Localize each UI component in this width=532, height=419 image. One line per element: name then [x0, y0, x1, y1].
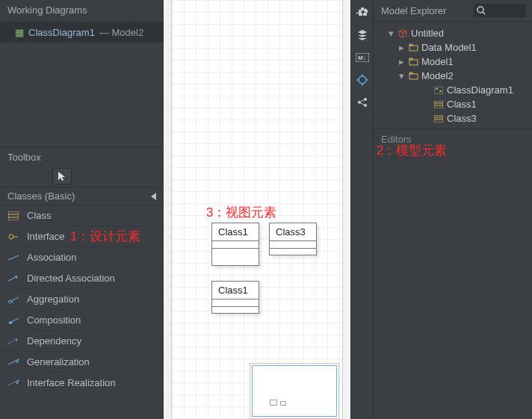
diagram-icon: ▦	[15, 27, 24, 38]
tree-node-label: Untitled	[411, 28, 444, 39]
toolbox-item-dep[interactable]: Dependency	[0, 331, 164, 352]
ireal-icon	[7, 379, 19, 387]
dep-icon	[7, 338, 19, 345]
dassoc-icon	[7, 275, 19, 282]
comp-icon	[7, 317, 19, 324]
toolbox-cursor-row	[0, 166, 164, 187]
uml-class-box[interactable]: Class1	[211, 223, 259, 266]
tree-node-label: Class3	[447, 113, 477, 124]
toolbox-item-interface[interactable]: Interface	[0, 226, 164, 247]
interface-icon	[7, 232, 19, 241]
tree-node-icon	[433, 101, 444, 108]
svg-rect-20	[436, 88, 438, 90]
diagram-canvas[interactable]: Class1Class3Class1	[171, 0, 343, 419]
model-explorer-search[interactable]	[474, 4, 526, 17]
tree-node-label: ClassDiagram1	[447, 84, 513, 96]
toolbox-item-label: Interface Realization	[27, 377, 116, 388]
working-diagrams-panel: Working Diagrams ▦ ClassDiagram1 — Model…	[0, 0, 164, 147]
tree-node-icon	[408, 43, 418, 52]
toolstrip-share-icon[interactable]	[354, 94, 371, 111]
tree-package[interactable]: ▾Model2	[377, 69, 529, 83]
left-sidebar: Working Diagrams ▦ ClassDiagram1 — Model…	[0, 0, 164, 419]
tree-caret-icon: ▸	[398, 42, 405, 53]
working-diagram-name: ClassDiagram1	[28, 27, 95, 38]
toolstrip-target-icon[interactable]	[354, 72, 371, 88]
toolbox-item-label: Composition	[27, 314, 81, 326]
svg-line-9	[8, 339, 17, 344]
uml-class-name: Class3	[270, 223, 316, 241]
toolbox-item-comp[interactable]: Composition	[0, 310, 164, 331]
uml-class-box[interactable]: Class3	[269, 223, 317, 255]
right-toolstrip: M↓	[350, 0, 373, 419]
toolbox-title: Toolbox	[0, 147, 164, 166]
tree-class[interactable]: Class3	[377, 111, 529, 125]
uml-class-section	[270, 241, 316, 249]
tree-caret-icon: ▸	[398, 56, 405, 67]
uml-class-section	[270, 249, 316, 256]
toolbox-section-title: Classes (Basic)	[7, 190, 75, 202]
uml-class-name: Class1	[212, 282, 259, 299]
tree-node-icon	[408, 72, 418, 80]
tree-node-icon	[433, 115, 444, 122]
uml-class-section	[212, 299, 259, 307]
toolbox-item-assoc[interactable]: Association	[0, 247, 164, 268]
assoc-icon	[7, 254, 19, 261]
cursor-icon	[58, 171, 66, 181]
toolbox-section-header[interactable]: Classes (Basic)	[0, 187, 164, 205]
svg-line-10	[8, 361, 16, 364]
toolstrip-md-icon[interactable]: M↓	[354, 49, 371, 66]
toolstrip-puzzle-icon[interactable]	[354, 4, 371, 21]
tree-node-label: Model1	[421, 56, 454, 67]
toolbox-item-label: Aggregation	[27, 294, 79, 305]
select-tool-button[interactable]	[52, 168, 72, 184]
svg-rect-22	[434, 101, 443, 108]
uml-class-section	[212, 249, 259, 256]
svg-text:M↓: M↓	[358, 55, 366, 61]
toolbox-item-ireal[interactable]: Interface Realization	[0, 373, 164, 394]
model-explorer-title: Model Explorer	[381, 5, 446, 16]
toolbox-item-aggr[interactable]: Aggregation	[0, 289, 164, 310]
toolbox-item-dassoc[interactable]: Directed Association	[0, 268, 164, 289]
tree-node-icon	[398, 29, 408, 38]
svg-line-8	[11, 318, 19, 322]
toolbox-item-label: Directed Association	[27, 273, 115, 284]
tree-package[interactable]: ▸Data Model1	[377, 40, 529, 55]
editors-title: Editors	[374, 128, 532, 149]
tree-node-label: Data Model1	[421, 42, 477, 53]
toolbox-item-gen[interactable]: Generalization	[0, 352, 164, 373]
svg-point-14	[359, 76, 366, 84]
minimap[interactable]	[250, 363, 339, 419]
svg-line-5	[8, 255, 19, 260]
working-diagram-suffix: — Model2	[99, 27, 143, 38]
svg-line-6	[8, 276, 17, 281]
tree-caret-icon: ▾	[387, 28, 395, 39]
aggr-icon	[7, 296, 19, 303]
minimap-shape	[280, 401, 286, 406]
tree-root[interactable]: ▾Untitled	[377, 26, 529, 40]
gen-icon	[7, 359, 19, 366]
toolbox-item-label: Association	[27, 252, 76, 263]
tree-package[interactable]: ▸Model1	[377, 55, 529, 69]
toolbox-item-class[interactable]: Class	[0, 205, 164, 226]
uml-class-section	[212, 241, 259, 249]
working-diagram-tab[interactable]: ▦ ClassDiagram1 — Model2	[0, 22, 164, 43]
svg-rect-21	[439, 90, 442, 92]
uml-class-box[interactable]: Class1	[211, 281, 259, 314]
svg-line-11	[8, 382, 16, 385]
tree-class[interactable]: Class1	[377, 97, 529, 111]
class-icon	[7, 211, 19, 220]
minimap-viewport[interactable]	[252, 365, 337, 417]
toolbox-item-label: Interface	[27, 231, 65, 242]
tree-caret-icon: ▾	[398, 70, 405, 81]
svg-line-7	[11, 297, 19, 301]
svg-point-16	[364, 98, 367, 101]
model-tree: ▾Untitled▸Data Model1▸Model1▾Model2Class…	[374, 22, 532, 128]
toolbox-item-label: Dependency	[27, 335, 81, 347]
svg-rect-25	[434, 115, 443, 122]
svg-point-18	[477, 7, 483, 13]
tree-diagram[interactable]: ClassDiagram1	[377, 83, 529, 97]
center-area: Class1Class3Class1	[164, 0, 350, 419]
collapse-icon	[151, 193, 156, 200]
svg-rect-0	[8, 211, 19, 220]
toolstrip-stack-icon[interactable]	[354, 27, 371, 43]
